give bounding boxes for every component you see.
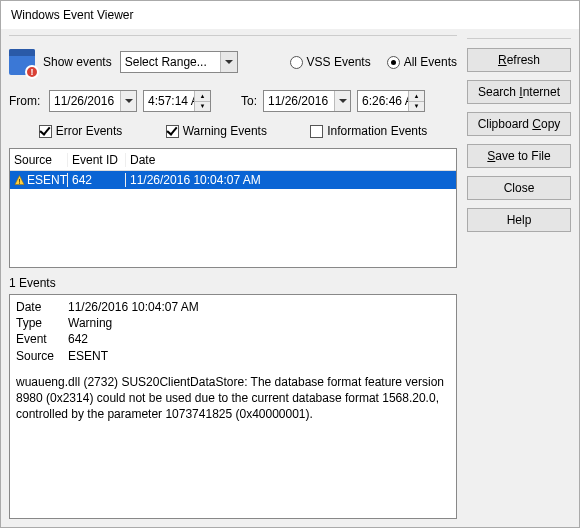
main-panel: ! Show events Select Range... VSS Events… bbox=[9, 35, 457, 519]
detail-type-value: Warning bbox=[68, 315, 112, 331]
warning-events-label: Warning Events bbox=[183, 124, 267, 138]
error-events-check[interactable]: Error Events bbox=[39, 124, 123, 138]
table-row[interactable]: ! ESENT 642 11/26/2016 10:04:07 AM bbox=[10, 171, 456, 189]
window: Windows Event Viewer ! Show events Selec… bbox=[0, 0, 580, 528]
from-time-value: 4:57:14 A bbox=[148, 94, 194, 108]
spinner-icon[interactable]: ▲▼ bbox=[408, 91, 424, 111]
to-time-input[interactable]: 6:26:46 A ▲▼ bbox=[357, 90, 425, 112]
from-label: From: bbox=[9, 94, 43, 108]
cell-date: 11/26/2016 10:04:07 AM bbox=[126, 173, 456, 187]
window-title: Windows Event Viewer bbox=[1, 1, 579, 29]
chevron-down-icon bbox=[220, 52, 237, 72]
close-button[interactable]: Close bbox=[467, 176, 571, 200]
detail-body: wuaueng.dll (2732) SUS20ClientDataStore:… bbox=[16, 374, 450, 423]
col-eventid[interactable]: Event ID bbox=[68, 153, 126, 167]
sidebar: Refresh Search Internet Clipboard Copy S… bbox=[467, 35, 571, 519]
svg-text:!: ! bbox=[18, 177, 20, 186]
info-events-check[interactable]: Information Events bbox=[310, 124, 427, 138]
chevron-down-icon bbox=[334, 91, 350, 111]
show-events-row: ! Show events Select Range... VSS Events… bbox=[9, 44, 457, 80]
warning-icon: ! bbox=[14, 174, 25, 186]
save-to-file-button[interactable]: Save to File bbox=[467, 144, 571, 168]
to-date-input[interactable]: 11/26/2016 bbox=[263, 90, 351, 112]
spinner-icon[interactable]: ▲▼ bbox=[194, 91, 210, 111]
col-date[interactable]: Date bbox=[126, 153, 456, 167]
cell-source: ESENT bbox=[27, 173, 67, 187]
to-time-value: 6:26:46 A bbox=[362, 94, 408, 108]
help-button[interactable]: Help bbox=[467, 208, 571, 232]
divider bbox=[467, 38, 571, 39]
range-select-value: Select Range... bbox=[125, 55, 207, 69]
checkbox-on-icon bbox=[39, 125, 52, 138]
detail-type-label: Type bbox=[16, 315, 68, 331]
show-events-label: Show events bbox=[43, 55, 112, 69]
window-body: ! Show events Select Range... VSS Events… bbox=[1, 29, 579, 527]
range-select[interactable]: Select Range... bbox=[120, 51, 238, 73]
chevron-down-icon bbox=[120, 91, 136, 111]
event-list[interactable]: Source Event ID Date ! ESENT 642 11/26/2… bbox=[9, 148, 457, 268]
detail-date-value: 11/26/2016 10:04:07 AM bbox=[68, 299, 199, 315]
calendar-alert-icon: ! bbox=[9, 49, 35, 75]
from-date-input[interactable]: 11/26/2016 bbox=[49, 90, 137, 112]
error-events-label: Error Events bbox=[56, 124, 123, 138]
detail-event-value: 642 bbox=[68, 331, 88, 347]
col-source[interactable]: Source bbox=[10, 153, 68, 167]
warning-events-check[interactable]: Warning Events bbox=[166, 124, 267, 138]
from-time-input[interactable]: 4:57:14 A ▲▼ bbox=[143, 90, 211, 112]
date-range-row: From: 11/26/2016 4:57:14 A ▲▼ To: 11/26/… bbox=[9, 90, 457, 112]
detail-panel[interactable]: Date11/26/2016 10:04:07 AM TypeWarning E… bbox=[9, 294, 457, 519]
save-label: ave to File bbox=[495, 149, 550, 163]
vss-events-label: VSS Events bbox=[307, 55, 371, 69]
detail-source-value: ESENT bbox=[68, 348, 108, 364]
info-events-label: Information Events bbox=[327, 124, 427, 138]
radio-on-icon bbox=[387, 56, 400, 69]
list-header[interactable]: Source Event ID Date bbox=[10, 149, 456, 171]
checkbox-on-icon bbox=[166, 125, 179, 138]
detail-source-label: Source bbox=[16, 348, 68, 364]
search-internet-button[interactable]: Search Internet bbox=[467, 80, 571, 104]
clipboard-label: opy bbox=[541, 117, 560, 131]
refresh-button[interactable]: Refresh bbox=[467, 48, 571, 72]
checkbox-off-icon bbox=[310, 125, 323, 138]
refresh-label: efresh bbox=[507, 53, 540, 67]
clipboard-copy-button[interactable]: Clipboard Copy bbox=[467, 112, 571, 136]
filter-row: Error Events Warning Events Information … bbox=[9, 124, 457, 138]
all-events-radio[interactable]: All Events bbox=[387, 55, 457, 69]
to-label: To: bbox=[229, 94, 257, 108]
event-count: 1 Events bbox=[9, 276, 457, 290]
cell-eventid: 642 bbox=[68, 173, 126, 187]
vss-events-radio[interactable]: VSS Events bbox=[290, 55, 371, 69]
radio-off-icon bbox=[290, 56, 303, 69]
detail-date-label: Date bbox=[16, 299, 68, 315]
all-events-label: All Events bbox=[404, 55, 457, 69]
divider bbox=[9, 35, 457, 36]
detail-event-label: Event bbox=[16, 331, 68, 347]
to-date-value: 11/26/2016 bbox=[268, 94, 328, 108]
from-date-value: 11/26/2016 bbox=[54, 94, 114, 108]
search-label: nternet bbox=[523, 85, 560, 99]
